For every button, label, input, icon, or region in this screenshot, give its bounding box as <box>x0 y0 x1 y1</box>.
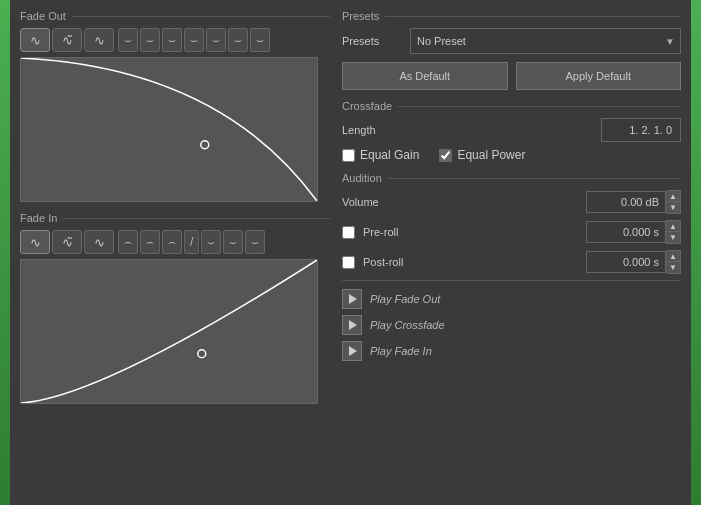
postroll-spinners: ▲ ▼ <box>666 250 681 274</box>
length-label: Length <box>342 124 442 136</box>
curve-btn-6[interactable]: ⌣ <box>228 28 248 52</box>
play-fade-in-button[interactable] <box>342 341 362 361</box>
curve-btn-3[interactable]: ⌣ <box>162 28 182 52</box>
equal-gain-group: Equal Gain <box>342 148 419 162</box>
preroll-checkbox[interactable] <box>342 226 355 239</box>
volume-control: 0.00 dB ▲ ▼ <box>586 190 681 214</box>
volume-spinners: ▲ ▼ <box>666 190 681 214</box>
volume-row: Volume 0.00 dB ▲ ▼ <box>342 190 681 214</box>
as-default-button[interactable]: As Default <box>342 62 508 90</box>
postroll-control: 0.000 s ▲ ▼ <box>586 250 681 274</box>
preroll-spinners: ▲ ▼ <box>666 220 681 244</box>
audition-divider <box>342 280 681 281</box>
curve-btn-4[interactable]: ⌣ <box>184 28 204 52</box>
fade-in-curve-btn-4[interactable]: / <box>184 230 199 254</box>
play-fade-out-button[interactable] <box>342 289 362 309</box>
preroll-control: 0.000 s ▲ ▼ <box>586 220 681 244</box>
crossfade-length-row: Length 1. 2. 1. 0 <box>342 118 681 142</box>
fade-in-curve-buttons: ⌢ ⌢ ⌢ / ⌣ ⌣ ⌣ <box>118 230 265 254</box>
fade-in-curve-btn-1[interactable]: ⌢ <box>118 230 138 254</box>
play-fade-out-row: Play Fade Out <box>342 289 681 309</box>
preroll-up-button[interactable]: ▲ <box>666 221 680 232</box>
postroll-label: Post-roll <box>363 256 433 268</box>
fade-in-curve-btn-6[interactable]: ⌣ <box>223 230 243 254</box>
crossfade-title: Crossfade <box>342 100 681 112</box>
left-panel: Fade Out ∿ ∿̃ ∿ ⌣ ⌣ ⌣ ⌣ ⌣ ⌣ ⌣ <box>20 10 330 495</box>
postroll-value: 0.000 s <box>586 251 666 273</box>
equal-power-group: Equal Power <box>439 148 525 162</box>
curve-btn-5[interactable]: ⌣ <box>206 28 226 52</box>
play-crossfade-row: Play Crossfade <box>342 315 681 335</box>
apply-default-button[interactable]: Apply Default <box>516 62 682 90</box>
right-green-bar <box>691 0 701 505</box>
preset-action-buttons: As Default Apply Default <box>342 62 681 90</box>
left-green-bar <box>0 0 10 505</box>
fade-in-type-linear[interactable]: ∿ <box>20 230 50 254</box>
fade-out-type-buttons: ∿ ∿̃ ∿ <box>20 28 114 52</box>
fade-out-canvas[interactable] <box>20 57 318 202</box>
play-crossfade-label: Play Crossfade <box>370 319 445 331</box>
postroll-row: Post-roll 0.000 s ▲ ▼ <box>342 250 681 274</box>
equal-power-label: Equal Power <box>457 148 525 162</box>
fade-in-curve-btn-7[interactable]: ⌣ <box>245 230 265 254</box>
fade-in-type-fast[interactable]: ∿ <box>84 230 114 254</box>
fade-in-type-slow[interactable]: ∿̃ <box>52 230 82 254</box>
svg-point-1 <box>198 350 206 358</box>
presets-select[interactable]: No Preset <box>410 28 681 54</box>
fade-in-curve-btn-3[interactable]: ⌢ <box>162 230 182 254</box>
fade-in-curve-btn-2[interactable]: ⌢ <box>140 230 160 254</box>
fade-type-slow[interactable]: ∿̃ <box>52 28 82 52</box>
curve-btn-2[interactable]: ⌣ <box>140 28 160 52</box>
fade-out-controls: ∿ ∿̃ ∿ ⌣ ⌣ ⌣ ⌣ ⌣ ⌣ ⌣ <box>20 28 330 52</box>
fade-type-fast[interactable]: ∿ <box>84 28 114 52</box>
play-crossfade-button[interactable] <box>342 315 362 335</box>
play-fade-out-label: Play Fade Out <box>370 293 440 305</box>
presets-label: Presets <box>342 35 402 47</box>
preroll-label: Pre-roll <box>363 226 433 238</box>
postroll-checkbox[interactable] <box>342 256 355 269</box>
volume-value: 0.00 dB <box>586 191 666 213</box>
fade-in-curve-btn-5[interactable]: ⌣ <box>201 230 221 254</box>
volume-up-button[interactable]: ▲ <box>666 191 680 202</box>
equal-gain-label: Equal Gain <box>360 148 419 162</box>
right-panel: Presets Presets No Preset ▼ As Default A… <box>342 10 681 495</box>
preroll-row: Pre-roll 0.000 s ▲ ▼ <box>342 220 681 244</box>
presets-title: Presets <box>342 10 681 22</box>
preroll-down-button[interactable]: ▼ <box>666 232 680 243</box>
postroll-up-button[interactable]: ▲ <box>666 251 680 262</box>
svg-point-0 <box>201 141 209 149</box>
postroll-down-button[interactable]: ▼ <box>666 262 680 273</box>
curve-btn-7[interactable]: ⌣ <box>250 28 270 52</box>
audition-section: Audition Volume 0.00 dB ▲ ▼ Pre-roll 0 <box>342 172 681 361</box>
presets-select-wrapper: No Preset ▼ <box>410 28 681 54</box>
fade-in-title: Fade In <box>20 212 330 224</box>
volume-down-button[interactable]: ▼ <box>666 202 680 213</box>
length-value: 1. 2. 1. 0 <box>601 118 681 142</box>
crossfade-checkboxes: Equal Gain Equal Power <box>342 148 681 162</box>
preroll-value: 0.000 s <box>586 221 666 243</box>
play-fade-in-label: Play Fade In <box>370 345 432 357</box>
fade-in-canvas[interactable] <box>20 259 318 404</box>
equal-gain-checkbox[interactable] <box>342 149 355 162</box>
audition-title: Audition <box>342 172 681 184</box>
equal-power-checkbox[interactable] <box>439 149 452 162</box>
curve-btn-1[interactable]: ⌣ <box>118 28 138 52</box>
fade-in-controls: ∿ ∿̃ ∿ ⌢ ⌢ ⌢ / ⌣ ⌣ ⌣ <box>20 230 330 254</box>
play-fade-in-row: Play Fade In <box>342 341 681 361</box>
volume-label: Volume <box>342 196 412 208</box>
fade-type-linear[interactable]: ∿ <box>20 28 50 52</box>
fade-in-type-buttons: ∿ ∿̃ ∿ <box>20 230 114 254</box>
presets-section: Presets Presets No Preset ▼ As Default A… <box>342 10 681 90</box>
fade-out-curve-buttons: ⌣ ⌣ ⌣ ⌣ ⌣ ⌣ ⌣ <box>118 28 270 52</box>
presets-row: Presets No Preset ▼ <box>342 28 681 54</box>
fade-out-title: Fade Out <box>20 10 330 22</box>
crossfade-section: Crossfade Length 1. 2. 1. 0 Equal Gain E… <box>342 100 681 162</box>
